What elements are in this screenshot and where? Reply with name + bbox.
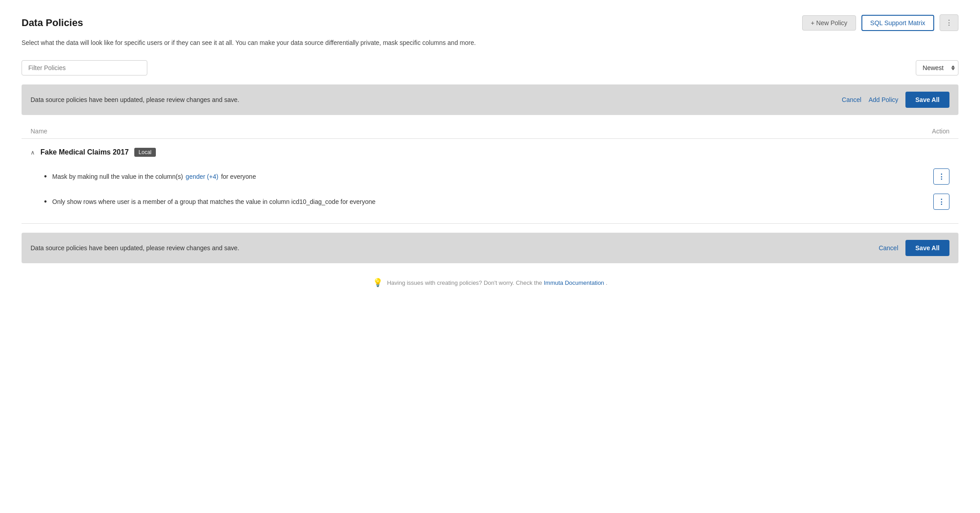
rule-2-before: Only show rows where user is a member of… [52, 198, 375, 205]
more-options-button[interactable]: ⋮ [940, 14, 958, 31]
rule-2-text: • Only show rows where user is a member … [44, 197, 375, 207]
rule-2-action-button[interactable]: ⋮ [933, 194, 949, 210]
top-notification-bar: Data source policies have been updated, … [22, 84, 958, 115]
help-text: Having issues with creating policies? Do… [387, 279, 608, 286]
bottom-save-all-button[interactable]: Save All [905, 240, 949, 256]
more-icon: ⋮ [945, 19, 953, 27]
add-policy-button[interactable]: Add Policy [869, 96, 898, 103]
top-cancel-button[interactable]: Cancel [842, 96, 861, 103]
sort-button[interactable]: Newest [916, 60, 958, 75]
col-name-header: Name [31, 128, 47, 135]
col-action-header: Action [932, 128, 949, 135]
collapse-icon[interactable]: ∧ [31, 149, 35, 156]
page-title: Data Policies [22, 17, 83, 29]
rule-1-after: for everyone [221, 173, 256, 180]
footer-documentation-link[interactable]: Immuta Documentation [544, 279, 604, 286]
bottom-notification-text: Data source policies have been updated, … [31, 244, 871, 252]
header-actions: + New Policy SQL Support Matrix ⋮ [802, 14, 958, 31]
local-badge: Local [134, 148, 156, 157]
policy-rule-2: • Only show rows where user is a member … [22, 189, 958, 214]
page-description: Select what the data will look like for … [22, 38, 958, 48]
rule-1-text: • Mask by making null the value in the c… [44, 172, 256, 181]
policy-group-header: ∧ Fake Medical Claims 2017 Local [22, 148, 958, 157]
bottom-notification-bar: Data source policies have been updated, … [22, 233, 958, 263]
rule-1-before: Mask by making null the value in the col… [52, 173, 183, 180]
footer-help-text: Having issues with creating policies? Do… [387, 279, 544, 286]
rule-2-action-icon: ⋮ [938, 198, 945, 206]
rule-1-link[interactable]: gender (+4) [185, 173, 218, 180]
rule-1-action-icon: ⋮ [938, 172, 945, 181]
new-policy-button[interactable]: + New Policy [802, 15, 856, 31]
bullet-1: • [44, 172, 47, 181]
sort-wrapper: Newest [916, 60, 958, 75]
bullet-2: • [44, 197, 47, 207]
bottom-cancel-button[interactable]: Cancel [878, 244, 898, 252]
header-row: Data Policies + New Policy SQL Support M… [22, 14, 958, 31]
filter-sort-row: Newest [22, 60, 958, 75]
sql-support-matrix-button[interactable]: SQL Support Matrix [861, 15, 934, 31]
policy-group: ∧ Fake Medical Claims 2017 Local • Mask … [22, 139, 958, 224]
filter-policies-input[interactable] [22, 60, 147, 75]
help-icon: 💡 [373, 278, 383, 287]
policy-group-name: Fake Medical Claims 2017 [40, 148, 129, 156]
rule-1-action-button[interactable]: ⋮ [933, 168, 949, 185]
sort-label: Newest [923, 64, 944, 71]
top-notification-text: Data source policies have been updated, … [31, 96, 834, 103]
footer-period: . [606, 279, 608, 286]
policy-rule-1: • Mask by making null the value in the c… [22, 164, 958, 189]
help-footer: 💡 Having issues with creating policies? … [22, 278, 958, 287]
table-header: Name Action [22, 124, 958, 139]
top-save-all-button[interactable]: Save All [905, 92, 949, 108]
